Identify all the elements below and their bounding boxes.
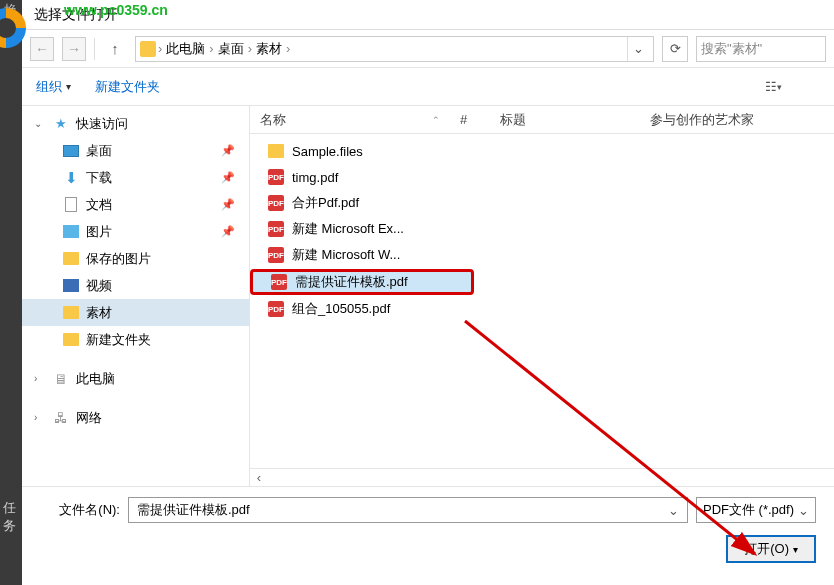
column-artist[interactable]: 参与创作的艺术家	[640, 111, 790, 129]
horizontal-scrollbar[interactable]: ‹	[250, 468, 834, 486]
file-row[interactable]: PDF合并Pdf.pdf	[250, 190, 834, 216]
file-row[interactable]: PDF新建 Microsoft W...	[250, 242, 834, 268]
pin-icon: 📌	[221, 171, 235, 184]
folder-icon	[140, 41, 156, 57]
tree-new-folder[interactable]: 新建文件夹	[22, 326, 249, 353]
filter-value: PDF文件 (*.pdf)	[703, 501, 794, 519]
tree-label: 下载	[86, 169, 112, 187]
caret-icon: ›	[34, 412, 46, 423]
file-list-header: 名称⌃ # 标题 参与创作的艺术家	[250, 106, 834, 134]
picture-icon	[63, 225, 79, 238]
filename-value: 需提供证件模板.pdf	[137, 501, 250, 519]
toolbar: 组织 ▾ 新建文件夹 ☷ ▾	[22, 68, 834, 106]
breadcrumb-sep: ›	[286, 41, 290, 56]
tree-label: 视频	[86, 277, 112, 295]
tree-pictures[interactable]: 图片 📌	[22, 218, 249, 245]
search-input[interactable]: 搜索"素材"	[696, 36, 826, 62]
file-name: 新建 Microsoft W...	[292, 246, 400, 264]
file-name: timg.pdf	[292, 170, 338, 185]
address-bar: ← → ↑ › 此电脑 › 桌面 › 素材 › ⌄ ⟳ 搜索"素材"	[22, 30, 834, 68]
breadcrumb-item[interactable]: 桌面	[216, 40, 246, 58]
star-icon: ★	[52, 116, 70, 132]
column-title[interactable]: 标题	[490, 111, 640, 129]
pdf-icon: PDF	[268, 247, 284, 263]
breadcrumb-item[interactable]: 素材	[254, 40, 284, 58]
breadcrumb-sep: ›	[209, 41, 213, 56]
file-name: 新建 Microsoft Ex...	[292, 220, 404, 238]
breadcrumb[interactable]: › 此电脑 › 桌面 › 素材 › ⌄	[135, 36, 654, 62]
organize-menu[interactable]: 组织 ▾	[36, 78, 71, 96]
file-row[interactable]: PDF需提供证件模板.pdf	[250, 269, 474, 295]
network-icon: 🖧	[52, 410, 70, 426]
tree-label: 此电脑	[76, 370, 115, 388]
path-dropdown-icon[interactable]: ⌄	[627, 37, 649, 61]
breadcrumb-sep: ›	[248, 41, 252, 56]
caret-icon: ›	[34, 373, 46, 384]
tree-material[interactable]: 素材	[22, 299, 249, 326]
column-name[interactable]: 名称⌃	[250, 111, 450, 129]
content-area: ⌄ ★ 快速访问 桌面 📌 ⬇ 下载 📌 文档 📌 图片	[22, 106, 834, 486]
tree-saved-pics[interactable]: 保存的图片	[22, 245, 249, 272]
pdf-icon: PDF	[268, 301, 284, 317]
sidebar-char-bottom: 任务	[3, 499, 16, 535]
breadcrumb-item[interactable]: 此电脑	[164, 40, 207, 58]
split-chevron-icon: ▾	[793, 544, 798, 555]
folder-icon	[268, 144, 284, 158]
file-name: 组合_105055.pdf	[292, 300, 390, 318]
nav-back-button[interactable]: ←	[30, 37, 54, 61]
file-row[interactable]: PDF新建 Microsoft Ex...	[250, 216, 834, 242]
tree-label: 文档	[86, 196, 112, 214]
tree-label: 素材	[86, 304, 112, 322]
app-sidebar-dark: 换 任务	[0, 0, 22, 585]
file-filter-dropdown[interactable]: PDF文件 (*.pdf) ⌄	[696, 497, 816, 523]
download-icon: ⬇	[62, 170, 80, 186]
tree-quick-access[interactable]: ⌄ ★ 快速访问	[22, 110, 249, 137]
column-number[interactable]: #	[450, 112, 490, 127]
watermark-text: www.pc0359.cn	[64, 2, 168, 18]
tree-this-pc[interactable]: › 🖥 此电脑	[22, 365, 249, 392]
nav-tree: ⌄ ★ 快速访问 桌面 📌 ⬇ 下载 📌 文档 📌 图片	[22, 106, 250, 486]
nav-forward-button[interactable]: →	[62, 37, 86, 61]
tree-network[interactable]: › 🖧 网络	[22, 404, 249, 431]
dialog-footer: 文件名(N): 需提供证件模板.pdf ⌄ PDF文件 (*.pdf) ⌄ 打开…	[22, 486, 834, 573]
tree-label: 桌面	[86, 142, 112, 160]
app-logo-icon	[0, 4, 30, 52]
new-folder-label: 新建文件夹	[95, 78, 160, 96]
nav-separator	[94, 38, 95, 60]
scroll-left-icon[interactable]: ‹	[250, 470, 268, 485]
view-options-button[interactable]: ☷ ▾	[760, 75, 786, 99]
tree-label: 图片	[86, 223, 112, 241]
filename-label: 文件名(N):	[40, 501, 120, 519]
caret-icon: ⌄	[34, 118, 46, 129]
tree-documents[interactable]: 文档 📌	[22, 191, 249, 218]
file-list-body: Sample.filesPDFtimg.pdfPDF合并Pdf.pdfPDF新建…	[250, 134, 834, 326]
file-row[interactable]: Sample.files	[250, 138, 834, 164]
filename-input[interactable]: 需提供证件模板.pdf ⌄	[128, 497, 688, 523]
chevron-down-icon[interactable]: ⌄	[668, 503, 679, 518]
file-name: Sample.files	[292, 144, 363, 159]
pin-icon: 📌	[221, 198, 235, 211]
pdf-icon: PDF	[268, 221, 284, 237]
organize-label: 组织	[36, 78, 62, 96]
tree-label: 快速访问	[76, 115, 128, 133]
file-name: 需提供证件模板.pdf	[295, 273, 408, 291]
help-button[interactable]	[794, 75, 820, 99]
nav-up-button[interactable]: ↑	[103, 37, 127, 61]
pin-icon: 📌	[221, 225, 235, 238]
refresh-button[interactable]: ⟳	[662, 36, 688, 62]
new-folder-button[interactable]: 新建文件夹	[95, 78, 160, 96]
desktop-icon	[63, 145, 79, 157]
folder-icon	[63, 306, 79, 319]
breadcrumb-sep: ›	[158, 41, 162, 56]
file-row[interactable]: PDFtimg.pdf	[250, 164, 834, 190]
file-row[interactable]: PDF组合_105055.pdf	[250, 296, 834, 322]
tree-desktop[interactable]: 桌面 📌	[22, 137, 249, 164]
tree-label: 新建文件夹	[86, 331, 151, 349]
video-icon	[63, 279, 79, 292]
tree-downloads[interactable]: ⬇ 下载 📌	[22, 164, 249, 191]
search-placeholder: 搜索"素材"	[701, 40, 762, 58]
pin-icon: 📌	[221, 144, 235, 157]
tree-video[interactable]: 视频	[22, 272, 249, 299]
open-button[interactable]: 打开(O) ▾	[726, 535, 816, 563]
document-icon	[65, 197, 77, 212]
